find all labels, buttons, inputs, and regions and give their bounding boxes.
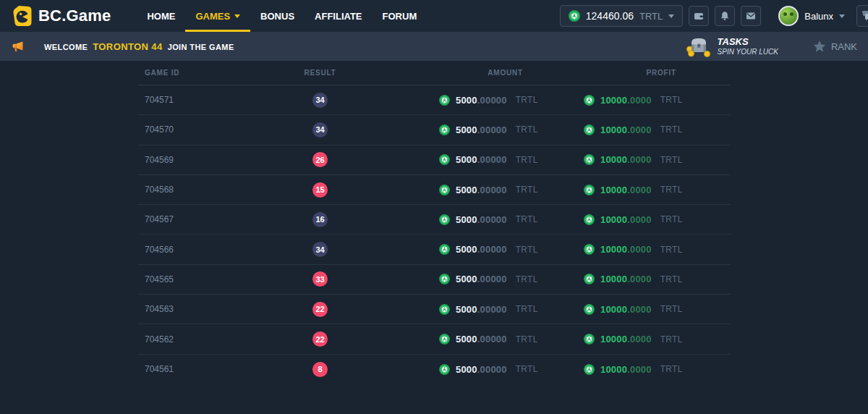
- table-row[interactable]: 70456185000.00000TRTL10000.0000TRTL: [137, 355, 731, 384]
- table-row[interactable]: 704565335000.00000TRTL10000.0000TRTL: [137, 265, 731, 295]
- messages-button[interactable]: [741, 6, 761, 26]
- result-badge: 34: [312, 122, 328, 138]
- trtl-coin-icon: [439, 364, 450, 375]
- table-row[interactable]: 704567165000.00000TRTL10000.0000TRTL: [137, 205, 731, 235]
- trtl-coin-icon: [584, 185, 595, 195]
- column-header-result: RESULT: [282, 69, 358, 77]
- result-badge: 16: [312, 212, 328, 227]
- banner-right: TASKS SPIN YOUR LUCK RANK: [686, 35, 857, 57]
- profit-value: 10000.0000: [600, 214, 652, 225]
- currency-label: TRTL: [516, 364, 538, 374]
- result-cell: 34: [282, 122, 358, 138]
- profit-value: 10000.0000: [600, 274, 652, 284]
- chat-button[interactable]: [856, 5, 868, 27]
- nav-item-games[interactable]: GAMES: [185, 0, 250, 32]
- notifications-button[interactable]: [715, 6, 735, 26]
- amount-value: 5000.00000: [456, 304, 507, 315]
- chat-icon: [861, 10, 868, 22]
- nav-item-forum[interactable]: FORUM: [373, 0, 427, 32]
- bets-table-header: GAME ID RESULT AMOUNT PROFIT: [137, 61, 731, 85]
- result-badge: 34: [312, 242, 328, 257]
- result-cell: 15: [282, 182, 358, 198]
- table-row[interactable]: 704569265000.00000TRTL10000.0000TRTL: [137, 145, 731, 175]
- result-cell: 33: [282, 271, 358, 287]
- tasks-title: TASKS: [718, 37, 778, 48]
- table-row[interactable]: 704570345000.00000TRTL10000.0000TRTL: [137, 115, 731, 145]
- result-badge: 33: [312, 271, 328, 287]
- nav-item-affiliate[interactable]: AFFILIATE: [305, 0, 372, 32]
- trtl-coin-icon: [584, 274, 595, 284]
- result-badge: 22: [312, 302, 328, 317]
- table-row[interactable]: 704571345000.00000TRTL10000.0000TRTL: [137, 85, 731, 115]
- trtl-coin-icon: [584, 154, 595, 165]
- chat-button-wrap: 10: [856, 5, 868, 27]
- table-row[interactable]: 704566345000.00000TRTL10000.0000TRTL: [137, 235, 731, 264]
- tasks-shortcut[interactable]: TASKS SPIN YOUR LUCK: [686, 35, 778, 57]
- amount-value: 5000.00000: [456, 185, 507, 195]
- currency-label: TRTL: [660, 364, 683, 374]
- game-id: 704561: [137, 364, 282, 374]
- table-row[interactable]: 704562225000.00000TRTL10000.0000TRTL: [137, 324, 731, 354]
- bc-game-logo[interactable]: BC.Game: [13, 5, 111, 27]
- profit-cell: 10000.0000TRTL: [568, 214, 731, 225]
- wallet-button[interactable]: [689, 6, 709, 26]
- rank-label: RANK: [831, 41, 857, 52]
- amount-value: 5000.00000: [456, 214, 507, 225]
- column-header-amount: AMOUNT: [358, 69, 568, 77]
- balance-amount: 124460.06: [586, 10, 634, 22]
- trtl-coin-icon: [439, 214, 450, 225]
- table-row[interactable]: 704568155000.00000TRTL10000.0000TRTL: [137, 175, 731, 205]
- trtl-coin-icon: [569, 10, 580, 22]
- trtl-coin-icon: [439, 124, 450, 135]
- nav-item-label: BONUS: [260, 11, 294, 22]
- trtl-coin-icon: [439, 185, 450, 195]
- currency-label: TRTL: [516, 334, 538, 345]
- result-cell: 8: [282, 362, 358, 377]
- trtl-coin-icon: [584, 334, 595, 345]
- welcome-suffix: JOIN THE GAME: [168, 43, 234, 51]
- game-id: 704563: [137, 304, 282, 314]
- top-header: BC.Game HOMEGAMESBONUSAFFILIATEFORUM 124…: [0, 0, 868, 32]
- currency-label: TRTL: [516, 124, 538, 135]
- result-cell: 34: [282, 242, 358, 257]
- bell-icon: [720, 11, 730, 21]
- tasks-subtitle: SPIN YOUR LUCK: [718, 48, 778, 56]
- nav-item-label: AFFILIATE: [315, 11, 362, 22]
- main-nav: HOMEGAMESBONUSAFFILIATEFORUM: [137, 0, 427, 32]
- balance-currency: TRTL: [639, 11, 663, 22]
- amount-cell: 5000.00000TRTL: [358, 214, 568, 225]
- currency-label: TRTL: [660, 214, 683, 224]
- bets-table: GAME ID RESULT AMOUNT PROFIT 70457134500…: [137, 61, 731, 384]
- result-cell: 34: [282, 93, 358, 108]
- result-cell: 26: [282, 152, 358, 167]
- result-badge: 15: [312, 182, 328, 198]
- nav-item-label: FORUM: [383, 11, 417, 22]
- user-menu[interactable]: Balunx: [778, 6, 845, 26]
- profit-value: 10000.0000: [600, 185, 652, 195]
- balance-selector[interactable]: 124460.06 TRTL: [560, 5, 683, 27]
- result-cell: 16: [282, 212, 358, 227]
- trtl-coin-icon: [584, 124, 595, 135]
- currency-label: TRTL: [516, 214, 538, 224]
- nav-item-bonus[interactable]: BONUS: [250, 0, 305, 32]
- game-id: 704567: [137, 214, 282, 224]
- trtl-coin-icon: [439, 274, 450, 284]
- mail-icon: [746, 11, 756, 21]
- trtl-coin-icon: [439, 154, 450, 165]
- amount-cell: 5000.00000TRTL: [358, 95, 568, 106]
- treasure-chest-icon: [686, 35, 710, 57]
- profit-cell: 10000.0000TRTL: [568, 244, 731, 255]
- game-id: 704566: [137, 245, 282, 255]
- star-icon: [813, 40, 826, 53]
- column-header-profit: PROFIT: [568, 69, 731, 77]
- amount-cell: 5000.00000TRTL: [358, 274, 568, 284]
- rank-shortcut[interactable]: RANK: [813, 40, 857, 53]
- currency-label: TRTL: [660, 95, 683, 105]
- profit-value: 10000.0000: [600, 124, 652, 135]
- amount-cell: 5000.00000TRTL: [358, 304, 568, 315]
- profit-value: 10000.0000: [600, 154, 652, 165]
- table-row[interactable]: 704563225000.00000TRTL10000.0000TRTL: [137, 295, 731, 324]
- trtl-coin-icon: [439, 95, 450, 106]
- nav-item-home[interactable]: HOME: [137, 0, 185, 32]
- profit-cell: 10000.0000TRTL: [568, 304, 731, 315]
